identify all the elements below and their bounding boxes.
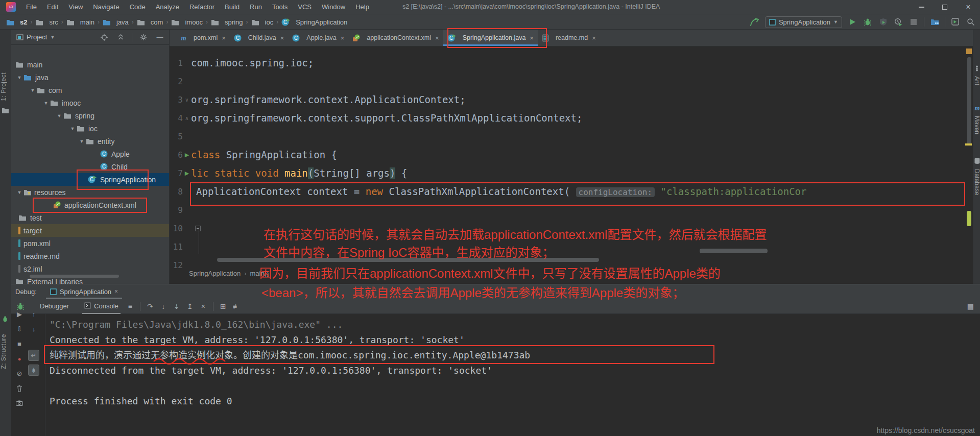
menu-window[interactable]: Window [317, 0, 350, 14]
close-icon[interactable]: × [530, 34, 534, 42]
tree-item-entity[interactable]: ▼entity [11, 135, 169, 148]
close-icon[interactable]: × [341, 34, 345, 42]
tree-item-imooc[interactable]: ▼imooc [11, 96, 169, 109]
navigate-back-swoosh-icon[interactable] [749, 16, 760, 28]
scroll-to-end-icon[interactable]: ⇟ [28, 365, 39, 376]
editor-vscrollbar[interactable] [967, 57, 971, 145]
fold-box-icon[interactable] [195, 226, 201, 231]
menu-run[interactable]: Run [245, 0, 267, 14]
evaluate-expression-icon[interactable]: ⊞ [217, 302, 230, 310]
debugger-stripe-icon[interactable] [2, 316, 9, 324]
stop-button[interactable] [909, 16, 919, 28]
debug-view-tab-debugger[interactable]: Debugger [35, 299, 74, 314]
tree-expand-arrow[interactable]: ▼ [15, 75, 23, 80]
close-button[interactable]: × [957, 0, 980, 14]
menu-file[interactable]: File [21, 0, 42, 14]
tree-item-spring[interactable]: ▼spring [11, 109, 169, 122]
tree-item-java[interactable]: ▼java [11, 71, 169, 84]
down-stack-icon[interactable]: ↓ [28, 322, 39, 336]
folder-icon[interactable] [2, 107, 9, 115]
run-line-icon[interactable]: ▶ [183, 152, 191, 158]
run-line-icon[interactable]: ▶ [183, 170, 191, 177]
step-out-icon[interactable]: ↥ [183, 302, 197, 310]
resume-icon[interactable]: ▶ [14, 307, 25, 322]
tree-expand-arrow[interactable]: ▼ [29, 88, 37, 93]
tree-item-readme-md[interactable]: readme.md [11, 250, 169, 262]
collapse-all-button[interactable] [115, 31, 126, 43]
up-stack-icon[interactable]: ↑ [28, 307, 39, 322]
tool-stripe-ant[interactable]: Ant [973, 64, 980, 85]
breadcrumb-item-ioc[interactable]: ioc [251, 18, 274, 26]
tab-readme-md[interactable]: readme.md× [538, 30, 600, 46]
breadcrumb-item-springapplication[interactable]: CSpringApplication [281, 18, 347, 26]
project-view-select[interactable]: Project ▼ [16, 33, 55, 41]
tree-item-springapplication[interactable]: CSpringApplication [11, 173, 169, 186]
breadcrumb-class[interactable]: SpringApplication [189, 270, 241, 277]
breadcrumb-item-com[interactable]: com [137, 18, 163, 26]
close-icon[interactable]: × [114, 288, 118, 295]
tab-springapplication-java[interactable]: CSpringApplication.java× [443, 30, 538, 46]
breadcrumb-item-java[interactable]: java [103, 18, 129, 26]
tree-item-target[interactable]: target [11, 224, 169, 237]
close-icon[interactable]: × [222, 34, 226, 42]
debug-console[interactable]: "C:\Program Files\Java\jdk1.8.0_162\bin\… [45, 314, 980, 436]
tree-item-s2-iml[interactable]: s2.iml [11, 262, 169, 275]
tab-pom-xml[interactable]: mpom.xml× [176, 30, 230, 46]
layout-settings-icon[interactable]: ▤ [967, 302, 974, 310]
step-into-icon[interactable]: ↓ [157, 302, 170, 310]
project-structure-button[interactable] [929, 16, 940, 28]
tab-applicationcontext-xml[interactable]: applicationContext.xml× [348, 30, 443, 46]
maximize-button[interactable] [933, 0, 957, 14]
step-over-icon[interactable]: ↷ [144, 302, 157, 310]
menu-vcs[interactable]: VCS [293, 0, 317, 14]
trace-settings-icon[interactable]: ≢ [230, 302, 243, 310]
breadcrumb-item-s2[interactable]: s2 [6, 18, 27, 26]
tree-item-com[interactable]: ▼com [11, 84, 169, 96]
menu-analyze[interactable]: Analyze [151, 0, 184, 14]
hide-panel-button[interactable]: — [155, 31, 165, 43]
breadcrumb-item-imooc[interactable]: imooc [171, 18, 203, 26]
run-configuration-select[interactable]: SpringApplication ▼ [765, 16, 842, 28]
close-icon[interactable]: × [435, 34, 439, 42]
breadcrumb-method[interactable]: main() [250, 270, 269, 277]
tool-stripe-structure[interactable]: Z: Structure [0, 334, 11, 369]
stop-icon[interactable]: ■ [14, 336, 25, 351]
menu-edit[interactable]: Edit [42, 0, 63, 14]
menu-view[interactable]: View [63, 0, 88, 14]
menu-tools[interactable]: Tools [267, 0, 293, 14]
run-button[interactable] [847, 16, 857, 28]
clear-console-icon[interactable] [14, 381, 25, 396]
close-icon[interactable]: × [592, 34, 596, 42]
rerun-icon[interactable]: ⇩ [14, 322, 25, 336]
debug-session-tab[interactable]: SpringApplication × [46, 284, 122, 299]
drop-frame-icon[interactable]: × [197, 302, 210, 310]
tree-item-pom-xml[interactable]: pom.xml [11, 237, 169, 250]
project-hscrollbar[interactable] [30, 275, 119, 278]
tab-child-java[interactable]: CChild.java× [230, 30, 288, 46]
profiler-button[interactable] [893, 16, 903, 28]
locate-file-button[interactable] [99, 31, 109, 43]
tree-expand-arrow[interactable]: ▼ [78, 139, 86, 144]
debug-button[interactable] [863, 16, 873, 28]
editor-hscrollbar-2[interactable] [700, 249, 768, 253]
force-step-into-icon[interactable]: ⇣ [170, 302, 183, 310]
mute-breakpoints-icon[interactable]: ⊘ [14, 366, 25, 381]
code-area[interactable]: 1com.imooc.spring.ioc;23∨org.springframe… [170, 46, 973, 284]
tool-stripe-database[interactable]: Database [973, 157, 980, 195]
tree-item-ioc[interactable]: ▼ioc [11, 122, 169, 135]
tab-apple-java[interactable]: CApple.java× [288, 30, 348, 46]
menu-code[interactable]: Code [125, 0, 151, 14]
tree-item-resources[interactable]: ▼resources [11, 186, 169, 199]
search-everywhere-button[interactable] [966, 16, 976, 28]
tree-expand-arrow[interactable]: ▼ [42, 101, 50, 106]
tree-item-main[interactable]: main [11, 58, 169, 71]
menu-refactor[interactable]: Refactor [184, 0, 220, 14]
breadcrumb-item-spring[interactable]: spring [211, 18, 243, 26]
view-breakpoints-icon[interactable]: ● [14, 351, 25, 366]
tool-stripe-maven[interactable]: mMaven [973, 104, 980, 134]
close-icon[interactable]: × [280, 34, 284, 42]
editor-hscrollbar[interactable] [217, 258, 599, 262]
run-tool-window-button[interactable] [950, 16, 961, 28]
menu-navigate[interactable]: Navigate [88, 0, 124, 14]
breadcrumb-item-main[interactable]: main [66, 18, 94, 26]
